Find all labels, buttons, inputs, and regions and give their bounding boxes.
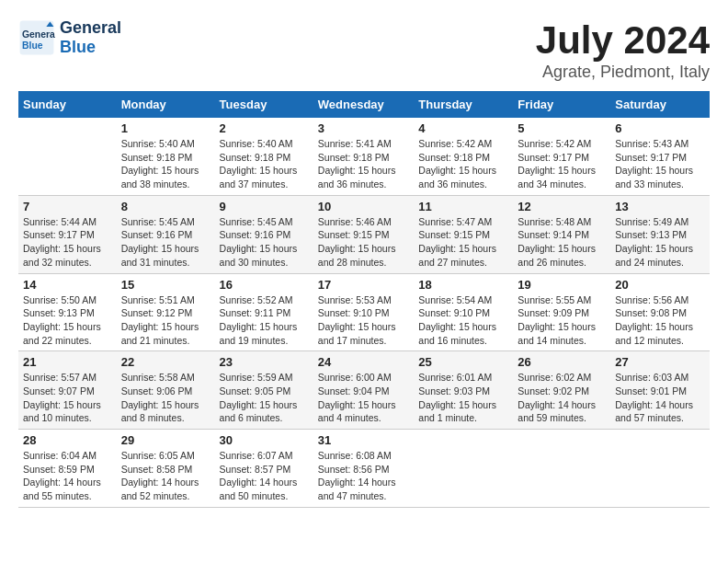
day-number: 25 <box>418 355 508 369</box>
day-number: 6 <box>615 121 705 135</box>
calendar-cell: 30Sunrise: 6:07 AMSunset: 8:57 PMDayligh… <box>215 430 313 508</box>
logo-blue: Blue <box>60 38 121 57</box>
calendar-cell: 31Sunrise: 6:08 AMSunset: 8:56 PMDayligh… <box>313 430 415 508</box>
day-number: 24 <box>318 355 410 369</box>
day-number: 11 <box>418 200 508 213</box>
day-info: Sunrise: 5:44 AMSunset: 9:17 PMDaylight:… <box>23 215 112 270</box>
calendar-cell: 12Sunrise: 5:48 AMSunset: 9:14 PMDayligh… <box>513 195 610 273</box>
day-info: Sunrise: 5:43 AMSunset: 9:17 PMDaylight:… <box>615 137 705 191</box>
day-number: 9 <box>220 200 309 213</box>
day-info: Sunrise: 5:51 AMSunset: 9:12 PMDaylight:… <box>121 293 210 348</box>
day-number: 30 <box>220 433 309 447</box>
day-info: Sunrise: 5:50 AMSunset: 9:13 PMDaylight:… <box>23 293 112 348</box>
month-title: July 2024 <box>536 18 710 63</box>
day-info: Sunrise: 6:05 AMSunset: 8:58 PMDaylight:… <box>121 449 210 503</box>
day-number: 5 <box>518 121 606 135</box>
day-info: Sunrise: 5:59 AMSunset: 9:05 PMDaylight:… <box>220 371 309 425</box>
day-info: Sunrise: 5:52 AMSunset: 9:11 PMDaylight:… <box>220 293 309 348</box>
header-cell-tuesday: Tuesday <box>215 91 313 118</box>
title-area: July 2024 Agrate, Piedmont, Italy <box>536 18 710 82</box>
header-cell-wednesday: Wednesday <box>313 91 415 118</box>
day-number: 20 <box>615 278 705 292</box>
day-number: 28 <box>23 433 112 447</box>
day-info: Sunrise: 5:46 AMSunset: 9:15 PMDaylight:… <box>318 215 410 270</box>
day-number: 29 <box>121 433 210 447</box>
calendar-cell: 19Sunrise: 5:55 AMSunset: 9:09 PMDayligh… <box>513 273 610 351</box>
day-number: 7 <box>23 200 112 213</box>
calendar-cell: 7Sunrise: 5:44 AMSunset: 9:17 PMDaylight… <box>18 195 117 273</box>
calendar-cell: 14Sunrise: 5:50 AMSunset: 9:13 PMDayligh… <box>18 273 117 351</box>
calendar-header: SundayMondayTuesdayWednesdayThursdayFrid… <box>18 91 710 118</box>
header-cell-friday: Friday <box>513 91 610 118</box>
day-number: 21 <box>23 355 112 369</box>
day-info: Sunrise: 5:42 AMSunset: 9:17 PMDaylight:… <box>518 137 606 191</box>
logo: General Blue General Blue <box>18 18 121 57</box>
calendar-cell: 13Sunrise: 5:49 AMSunset: 9:13 PMDayligh… <box>610 195 710 273</box>
header-cell-sunday: Sunday <box>18 91 117 118</box>
calendar-cell: 8Sunrise: 5:45 AMSunset: 9:16 PMDaylight… <box>117 195 215 273</box>
calendar-cell: 10Sunrise: 5:46 AMSunset: 9:15 PMDayligh… <box>313 195 415 273</box>
week-row-1: 7Sunrise: 5:44 AMSunset: 9:17 PMDaylight… <box>18 195 710 273</box>
day-number: 3 <box>318 121 410 135</box>
day-info: Sunrise: 5:54 AMSunset: 9:10 PMDaylight:… <box>418 293 508 348</box>
day-number: 15 <box>121 278 210 292</box>
day-info: Sunrise: 6:03 AMSunset: 9:01 PMDaylight:… <box>615 371 705 425</box>
week-row-4: 28Sunrise: 6:04 AMSunset: 8:59 PMDayligh… <box>18 430 710 508</box>
day-info: Sunrise: 5:53 AMSunset: 9:10 PMDaylight:… <box>318 293 410 348</box>
day-info: Sunrise: 6:04 AMSunset: 8:59 PMDaylight:… <box>23 449 112 503</box>
day-info: Sunrise: 5:48 AMSunset: 9:14 PMDaylight:… <box>518 215 606 270</box>
calendar-table: SundayMondayTuesdayWednesdayThursdayFrid… <box>18 91 710 508</box>
day-number: 31 <box>318 433 410 447</box>
day-number: 4 <box>418 121 508 135</box>
day-number: 10 <box>318 200 410 213</box>
calendar-cell: 21Sunrise: 5:57 AMSunset: 9:07 PMDayligh… <box>18 351 117 430</box>
day-info: Sunrise: 5:45 AMSunset: 9:16 PMDaylight:… <box>121 215 210 270</box>
calendar-cell: 6Sunrise: 5:43 AMSunset: 9:17 PMDaylight… <box>610 118 710 195</box>
calendar-cell: 9Sunrise: 5:45 AMSunset: 9:16 PMDaylight… <box>215 195 313 273</box>
svg-text:Blue: Blue <box>22 40 43 51</box>
day-info: Sunrise: 6:01 AMSunset: 9:03 PMDaylight:… <box>418 371 508 425</box>
day-number: 13 <box>615 200 705 213</box>
day-info: Sunrise: 5:40 AMSunset: 9:18 PMDaylight:… <box>121 137 210 191</box>
calendar-cell: 4Sunrise: 5:42 AMSunset: 9:18 PMDaylight… <box>414 118 513 195</box>
day-info: Sunrise: 6:00 AMSunset: 9:04 PMDaylight:… <box>318 371 410 425</box>
day-info: Sunrise: 5:45 AMSunset: 9:16 PMDaylight:… <box>220 215 309 270</box>
day-number: 27 <box>615 355 705 369</box>
day-info: Sunrise: 6:02 AMSunset: 9:02 PMDaylight:… <box>518 371 606 425</box>
calendar-cell: 24Sunrise: 6:00 AMSunset: 9:04 PMDayligh… <box>313 351 415 430</box>
day-info: Sunrise: 5:40 AMSunset: 9:18 PMDaylight:… <box>220 137 309 191</box>
location-title: Agrate, Piedmont, Italy <box>536 63 710 82</box>
day-number: 8 <box>121 200 210 213</box>
week-row-3: 21Sunrise: 5:57 AMSunset: 9:07 PMDayligh… <box>18 351 710 430</box>
calendar-cell: 5Sunrise: 5:42 AMSunset: 9:17 PMDaylight… <box>513 118 610 195</box>
day-info: Sunrise: 6:07 AMSunset: 8:57 PMDaylight:… <box>220 449 309 503</box>
svg-text:General: General <box>22 29 55 40</box>
calendar-cell: 18Sunrise: 5:54 AMSunset: 9:10 PMDayligh… <box>414 273 513 351</box>
calendar-cell: 1Sunrise: 5:40 AMSunset: 9:18 PMDaylight… <box>117 118 215 195</box>
calendar-cell: 28Sunrise: 6:04 AMSunset: 8:59 PMDayligh… <box>18 430 117 508</box>
day-number: 17 <box>318 278 410 292</box>
calendar-cell: 17Sunrise: 5:53 AMSunset: 9:10 PMDayligh… <box>313 273 415 351</box>
day-info: Sunrise: 5:47 AMSunset: 9:15 PMDaylight:… <box>418 215 508 270</box>
header-cell-thursday: Thursday <box>414 91 513 118</box>
calendar-cell <box>414 430 513 508</box>
day-number: 12 <box>518 200 606 213</box>
calendar-cell <box>18 118 117 195</box>
day-info: Sunrise: 5:41 AMSunset: 9:18 PMDaylight:… <box>318 137 410 191</box>
day-info: Sunrise: 6:08 AMSunset: 8:56 PMDaylight:… <box>318 449 410 503</box>
header-cell-saturday: Saturday <box>610 91 710 118</box>
day-info: Sunrise: 5:49 AMSunset: 9:13 PMDaylight:… <box>615 215 705 270</box>
calendar-cell: 3Sunrise: 5:41 AMSunset: 9:18 PMDaylight… <box>313 118 415 195</box>
day-number: 16 <box>220 278 309 292</box>
header: General Blue General Blue July 2024 Agra… <box>18 18 710 82</box>
day-info: Sunrise: 5:58 AMSunset: 9:06 PMDaylight:… <box>121 371 210 425</box>
calendar-cell: 20Sunrise: 5:56 AMSunset: 9:08 PMDayligh… <box>610 273 710 351</box>
calendar-cell <box>513 430 610 508</box>
logo-icon: General Blue <box>18 19 55 56</box>
calendar-cell: 27Sunrise: 6:03 AMSunset: 9:01 PMDayligh… <box>610 351 710 430</box>
calendar-cell: 16Sunrise: 5:52 AMSunset: 9:11 PMDayligh… <box>215 273 313 351</box>
day-number: 23 <box>220 355 309 369</box>
calendar-cell: 25Sunrise: 6:01 AMSunset: 9:03 PMDayligh… <box>414 351 513 430</box>
day-info: Sunrise: 5:57 AMSunset: 9:07 PMDaylight:… <box>23 371 112 425</box>
day-number: 26 <box>518 355 606 369</box>
